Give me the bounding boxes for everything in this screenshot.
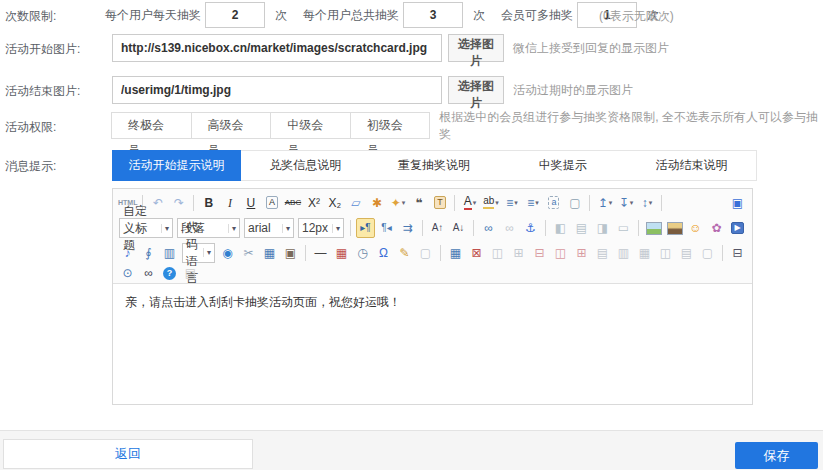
paste-text-icon[interactable]: T: [430, 193, 449, 213]
toolbar-separator: [589, 195, 590, 211]
superscript-icon[interactable]: X²: [304, 193, 323, 213]
insert-time-icon-glyph: ◷: [357, 247, 367, 259]
music-icon[interactable]: ♪: [118, 243, 137, 263]
special-chars-icon[interactable]: Ω: [374, 243, 393, 263]
back-button[interactable]: 返回: [3, 439, 253, 469]
unordered-list-icon[interactable]: ≡▾: [523, 193, 542, 213]
delete-table-icon[interactable]: ⊠: [467, 243, 486, 263]
insert-video-icon[interactable]: ▶: [728, 218, 747, 238]
to-uppercase-icon[interactable]: A↑: [428, 218, 447, 238]
message-tab[interactable]: 活动结束说明: [627, 151, 756, 180]
bold-icon-glyph: B: [205, 197, 214, 209]
help-icon[interactable]: ?: [160, 263, 179, 283]
message-tab[interactable]: 中奖提示: [498, 151, 627, 180]
font-border-icon[interactable]: A: [262, 193, 281, 213]
anchor-icon-glyph: ⚓: [525, 222, 536, 234]
member-level-button[interactable]: 高级会员: [191, 112, 272, 139]
insert-col-icon[interactable]: ◫: [551, 243, 570, 263]
custom-title-select[interactable]: 自定义标题▾: [119, 218, 173, 238]
member-level-button[interactable]: 终极会员: [111, 112, 192, 139]
line-height-icon[interactable]: ↕▾: [637, 193, 656, 213]
blockquote-icon[interactable]: ❝: [409, 193, 428, 213]
justify-none-icon-glyph: ▭: [618, 222, 629, 234]
page-break-icon[interactable]: ✂: [239, 243, 258, 263]
start-image-url-input[interactable]: [112, 34, 442, 62]
font-color-icon[interactable]: A▾: [460, 193, 479, 213]
screenshot-icon[interactable]: ▣: [281, 243, 300, 263]
print-icon[interactable]: ⊟: [728, 243, 747, 263]
underline-icon-glyph: U: [247, 197, 256, 209]
paragraph-space-bottom-icon[interactable]: ↧▾: [616, 193, 635, 213]
ordered-list-icon[interactable]: ≡▾: [502, 193, 521, 213]
italic-icon[interactable]: I: [220, 193, 239, 213]
font-family-select[interactable]: arial▾: [244, 218, 294, 238]
emotion-icon[interactable]: ☺: [686, 218, 705, 238]
message-tab[interactable]: 重复抽奖说明: [370, 151, 499, 180]
spreadsheet-icon-glyph: ▦: [264, 247, 275, 259]
screenshot-icon-glyph: ▣: [285, 247, 296, 259]
code-language-select[interactable]: 代码语言▾: [182, 243, 215, 263]
choose-end-image-button[interactable]: 选择图片: [448, 76, 504, 104]
find-replace-icon-glyph: ∞: [144, 267, 153, 279]
anchor-inline-icon[interactable]: a: [544, 193, 563, 213]
toolbar-separator: [454, 195, 455, 211]
limit-count-input[interactable]: [403, 2, 463, 28]
insert-row-icon[interactable]: ⊟: [530, 243, 549, 263]
message-tab[interactable]: 活动开始提示说明: [112, 150, 241, 181]
delete-row-icon[interactable]: ⊞: [572, 243, 591, 263]
delete-col-icon: ▤: [593, 243, 612, 263]
dir-rtl-icon[interactable]: ¶◂: [377, 218, 396, 238]
underline-icon[interactable]: U: [241, 193, 260, 213]
blank-doc-icon[interactable]: ▢: [565, 193, 584, 213]
indent-icon[interactable]: ⇉: [398, 218, 417, 238]
scrawl-icon[interactable]: ✿: [707, 218, 726, 238]
justify-right-icon-glyph: ◨: [597, 222, 608, 234]
message-tab[interactable]: 兑奖信息说明: [241, 151, 370, 180]
choose-start-image-button[interactable]: 选择图片: [448, 34, 504, 62]
paragraph-space-top-icon[interactable]: ↥▾: [595, 193, 614, 213]
doc-props-icon-glyph: ▢: [420, 247, 431, 259]
fullscreen-icon[interactable]: ▣: [728, 193, 747, 213]
find-replace-icon[interactable]: ∞: [139, 263, 158, 283]
editor-content[interactable]: 亲，请点击进入刮刮卡抽奖活动页面，祝您好运哦！: [113, 284, 752, 404]
spreadsheet-icon[interactable]: ▦: [260, 243, 279, 263]
insert-time-icon[interactable]: ◷: [353, 243, 372, 263]
format-brush-icon[interactable]: ✱: [367, 193, 386, 213]
auto-typeset-icon[interactable]: ✦▾: [388, 193, 407, 213]
ordered-list-icon-glyph: ≡: [506, 197, 513, 209]
horizontal-rule-icon[interactable]: —: [311, 243, 330, 263]
attachment-icon[interactable]: ∮: [139, 243, 158, 263]
search-icon[interactable]: ⊙: [118, 263, 137, 283]
justify-none-icon: ▭: [614, 218, 633, 238]
chevron-down-icon: ▾: [630, 199, 634, 207]
bold-icon[interactable]: B: [199, 193, 218, 213]
insert-table-icon[interactable]: ▦: [446, 243, 465, 263]
insert-date-icon[interactable]: ▦: [332, 243, 351, 263]
font-size-select-value: 12px: [302, 221, 328, 235]
save-button[interactable]: 保存: [735, 442, 818, 469]
edit-note-icon[interactable]: ✎: [395, 243, 414, 263]
insert-frame-icon[interactable]: ▥: [160, 243, 179, 263]
remove-format-icon[interactable]: ▱: [346, 193, 365, 213]
anchor-icon[interactable]: ⚓: [521, 218, 540, 238]
insert-col-icon-glyph: ◫: [555, 247, 566, 259]
end-image-url-input[interactable]: [112, 76, 442, 104]
justify-left-icon: ◧: [551, 218, 570, 238]
highlight-color-icon[interactable]: ab▾: [481, 193, 500, 213]
strikethrough-icon[interactable]: ABC: [283, 193, 302, 213]
footer-bar: 返回 保存: [0, 430, 823, 470]
subscript-icon[interactable]: X₂: [325, 193, 344, 213]
member-level-button[interactable]: 中级会员: [270, 112, 351, 139]
insert-image-icon[interactable]: [644, 218, 663, 238]
member-level-button[interactable]: 初级会员: [350, 112, 431, 139]
toolbar-separator: [193, 195, 194, 211]
to-lowercase-icon[interactable]: A↓: [449, 218, 468, 238]
font-size-select[interactable]: 12px▾: [298, 218, 344, 238]
image-manager-icon[interactable]: [665, 218, 684, 238]
dir-ltr-icon[interactable]: ▸¶: [356, 218, 375, 238]
limit-count-input[interactable]: [205, 2, 265, 28]
link-icon[interactable]: ∞: [479, 218, 498, 238]
map-icon[interactable]: ◉: [218, 243, 237, 263]
redo-icon[interactable]: ↷: [169, 193, 188, 213]
chevron-down-icon: ▾: [228, 224, 236, 233]
